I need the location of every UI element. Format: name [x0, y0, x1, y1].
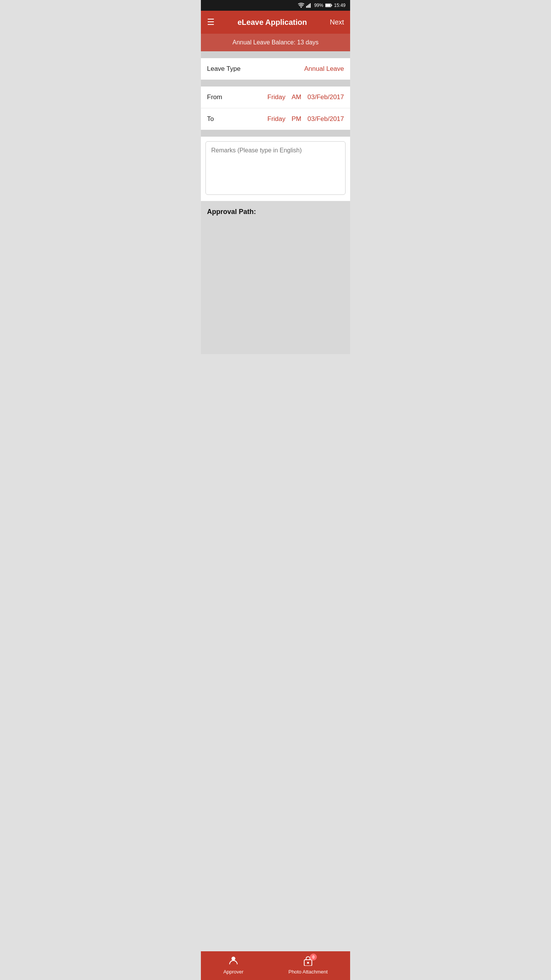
approver-label: Approver [223, 969, 244, 975]
battery-percent: 99% [314, 3, 323, 8]
svg-rect-3 [310, 3, 311, 8]
divider-2 [201, 80, 350, 87]
to-date: 03/Feb/2017 [308, 115, 344, 123]
to-period: PM [292, 115, 302, 123]
svg-rect-5 [326, 4, 331, 7]
svg-rect-0 [306, 6, 307, 8]
photo-attachment-label: Photo Attachment [289, 969, 328, 975]
to-day: Friday [267, 115, 285, 123]
from-row[interactable]: From Friday AM 03/Feb/2017 [201, 87, 350, 108]
content-area: Annual Leave Balance: 13 days Leave Type… [201, 34, 350, 980]
to-values: Friday PM 03/Feb/2017 [267, 115, 344, 123]
status-bar: 99% 15:49 [201, 0, 350, 11]
approver-icon [228, 955, 239, 967]
from-day: Friday [267, 93, 285, 101]
signal-icon [306, 3, 312, 8]
top-nav: ☰ eLeave Application Next [201, 11, 350, 34]
balance-banner: Annual Leave Balance: 13 days [201, 34, 350, 51]
svg-rect-1 [307, 5, 308, 8]
bottom-tab-bar: Approver 0 Photo Attachment [201, 951, 350, 980]
balance-text: Annual Leave Balance: 13 days [232, 39, 318, 46]
next-button[interactable]: Next [330, 18, 344, 26]
approval-title: Approval Path: [207, 208, 344, 216]
to-label: To [207, 115, 214, 123]
remarks-input[interactable] [205, 141, 346, 195]
leave-type-value: Annual Leave [304, 65, 344, 73]
app-title: eLeave Application [238, 18, 307, 27]
from-values: Friday AM 03/Feb/2017 [267, 93, 344, 101]
approver-tab[interactable]: Approver [223, 955, 244, 975]
svg-point-7 [231, 957, 235, 960]
approval-section: Approval Path: [201, 201, 350, 354]
menu-icon[interactable]: ☰ [207, 17, 215, 27]
leave-type-row[interactable]: Leave Type Annual Leave [201, 58, 350, 80]
battery-icon [325, 3, 332, 8]
to-row[interactable]: To Friday PM 03/Feb/2017 [201, 108, 350, 130]
photo-attachment-tab[interactable]: 0 Photo Attachment [289, 955, 328, 975]
leave-type-section: Leave Type Annual Leave [201, 58, 350, 80]
from-label: From [207, 93, 222, 101]
photo-icon-wrapper: 0 [302, 955, 314, 967]
svg-point-9 [307, 962, 309, 964]
svg-rect-2 [308, 4, 309, 8]
status-icons: 99% 15:49 [298, 3, 346, 8]
svg-rect-6 [331, 5, 332, 6]
from-date: 03/Feb/2017 [308, 93, 344, 101]
date-section: From Friday AM 03/Feb/2017 To Friday PM … [201, 87, 350, 130]
from-period: AM [292, 93, 302, 101]
divider-1 [201, 51, 350, 58]
time-display: 15:49 [334, 3, 346, 8]
remarks-section [201, 137, 350, 201]
leave-type-label: Leave Type [207, 65, 241, 73]
divider-3 [201, 130, 350, 137]
wifi-icon [298, 3, 304, 8]
photo-badge: 0 [310, 954, 317, 960]
